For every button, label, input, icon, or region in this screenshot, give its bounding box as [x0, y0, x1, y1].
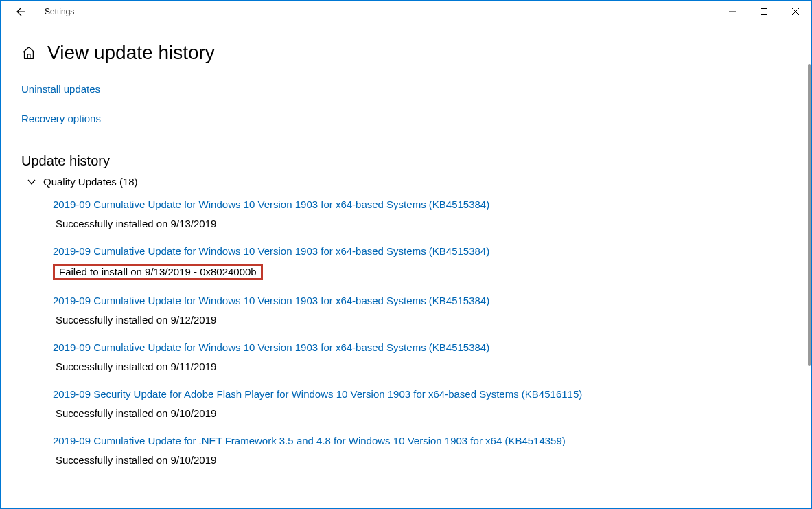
- svg-rect-1: [761, 9, 767, 15]
- maximize-icon: [761, 8, 767, 15]
- update-title-link[interactable]: 2019-09 Cumulative Update for Windows 10…: [53, 244, 791, 258]
- close-icon: [792, 8, 799, 15]
- update-title-link[interactable]: 2019-09 Cumulative Update for Windows 10…: [53, 197, 791, 212]
- update-status: Successfully installed on 9/12/2019: [53, 313, 219, 326]
- scrollbar[interactable]: [808, 64, 811, 366]
- update-item: 2019-09 Cumulative Update for .NET Frame…: [53, 433, 791, 466]
- page-header: View update history: [21, 42, 791, 64]
- update-item: 2019-09 Cumulative Update for Windows 10…: [53, 244, 791, 280]
- maximize-button[interactable]: [748, 1, 780, 23]
- update-status: Successfully installed on 9/13/2019: [53, 217, 219, 230]
- update-list: 2019-09 Cumulative Update for Windows 10…: [21, 197, 791, 466]
- page-title: View update history: [47, 42, 215, 64]
- back-button[interactable]: [6, 1, 34, 23]
- update-title-link[interactable]: 2019-09 Cumulative Update for .NET Frame…: [53, 433, 791, 448]
- minimize-button[interactable]: [717, 1, 748, 23]
- app-title: Settings: [45, 7, 74, 16]
- update-status: Successfully installed on 9/11/2019: [53, 360, 219, 373]
- update-status: Successfully installed on 9/10/2019: [53, 453, 219, 466]
- update-item: 2019-09 Cumulative Update for Windows 10…: [53, 197, 791, 230]
- update-title-link[interactable]: 2019-09 Security Update for Adobe Flash …: [53, 387, 791, 401]
- category-header-quality-updates[interactable]: Quality Updates (18): [21, 176, 791, 188]
- update-status: Failed to install on 9/13/2019 - 0x80240…: [53, 264, 263, 280]
- content-area: View update history Uninstall updates Re…: [1, 23, 811, 508]
- section-title: Update history: [21, 153, 791, 169]
- chevron-down-icon: [27, 177, 36, 187]
- close-button[interactable]: [780, 1, 811, 23]
- update-title-link[interactable]: 2019-09 Cumulative Update for Windows 10…: [53, 340, 791, 354]
- update-status: Successfully installed on 9/10/2019: [53, 407, 219, 420]
- titlebar: Settings: [1, 1, 811, 23]
- update-item: 2019-09 Cumulative Update for Windows 10…: [53, 293, 791, 326]
- update-item: 2019-09 Cumulative Update for Windows 10…: [53, 340, 791, 373]
- update-item: 2019-09 Security Update for Adobe Flash …: [53, 387, 791, 420]
- category-title: Quality Updates (18): [43, 176, 138, 188]
- minimize-icon: [729, 8, 736, 15]
- update-title-link[interactable]: 2019-09 Cumulative Update for Windows 10…: [53, 293, 791, 308]
- home-icon[interactable]: [21, 45, 36, 60]
- recovery-options-link[interactable]: Recovery options: [21, 113, 101, 124]
- back-arrow-icon: [14, 6, 25, 17]
- uninstall-updates-link[interactable]: Uninstall updates: [21, 83, 100, 95]
- window-controls: [717, 1, 811, 23]
